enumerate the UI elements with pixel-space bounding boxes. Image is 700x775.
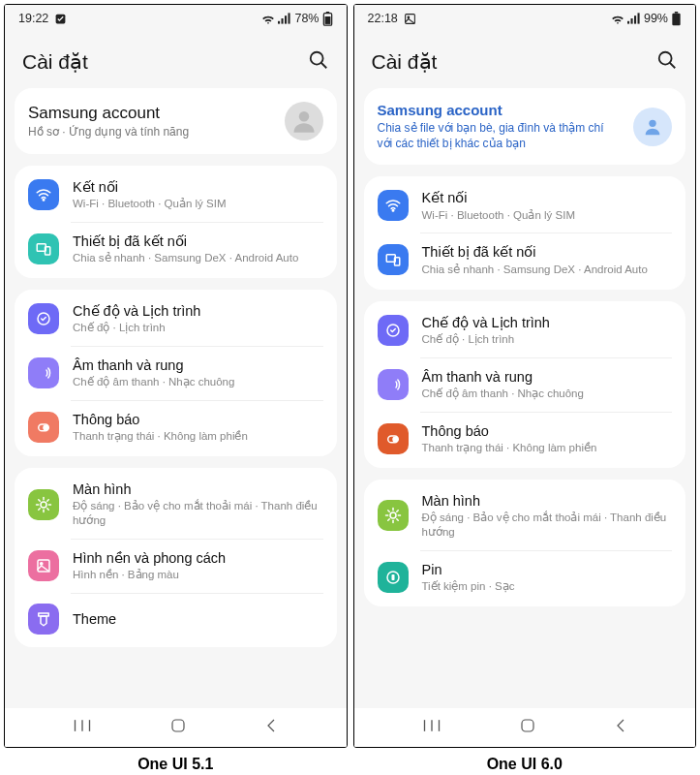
settings-row[interactable]: Chế độ và Lịch trìnhChế độ · Lịch trình [15,292,337,346]
svg-point-16 [44,425,48,430]
group-modes: Chế độ và Lịch trìnhChế độ · Lịch trìnhÂ… [364,301,686,468]
settings-row[interactable]: Màn hìnhĐộ sáng · Bảo vệ cho mắt thoải m… [364,481,686,550]
settings-row[interactable]: Thiết bị đã kết nốiChia sẻ nhanh · Samsu… [15,222,337,276]
settings-row[interactable]: Thông báoThanh trạng thái · Không làm ph… [15,400,337,454]
svg-rect-1 [278,21,280,24]
settings-scroll[interactable]: Samsung account Chia sẻ file với bạn bè,… [354,88,696,708]
nav-home-icon[interactable] [169,717,187,738]
row-title: Thông báo [73,411,323,428]
phone-right: 22:18 99% Cài đặt [353,4,697,748]
signal-icon [627,13,641,24]
status-bar: 19:22 78% [5,5,347,32]
caption-right: One UI 6.0 [353,756,697,773]
account-sub: Hồ sơ · Ứng dụng và tính năng [28,125,273,139]
settings-row[interactable]: Kết nốiWi-Fi · Bluetooth · Quản lý SIM [15,168,337,222]
page-title: Cài đặt [22,50,88,74]
svg-point-42 [649,119,655,126]
svg-line-41 [670,63,676,69]
svg-rect-7 [324,16,330,24]
svg-rect-4 [289,13,290,23]
svg-rect-34 [627,21,629,24]
row-sub: Chia sẻ nhanh · Samsung DeX · Android Au… [422,263,673,277]
settings-row[interactable]: Màn hìnhĐộ sáng · Bảo vệ cho mắt thoải m… [15,470,337,539]
settings-row[interactable]: Chế độ và Lịch trìnhChế độ · Lịch trình [364,303,686,357]
settings-row[interactable]: Âm thanh và rungChế độ âm thanh · Nhạc c… [15,346,337,400]
svg-rect-36 [634,16,636,23]
svg-line-57 [396,511,398,512]
theme-icon [28,604,59,635]
svg-rect-35 [630,18,632,24]
samsung-account-card[interactable]: Samsung account Chia sẻ file với bạn bè,… [364,88,686,165]
wifi-icon [378,190,409,221]
nav-recent-icon[interactable] [422,718,441,737]
row-title: Theme [73,610,323,628]
group-connections: Kết nốiWi-Fi · Bluetooth · Quản lý SIMTh… [364,176,686,289]
svg-point-10 [298,111,309,122]
row-sub: Chế độ âm thanh · Nhạc chuông [73,375,323,389]
wifi-status-icon [261,13,275,24]
samsung-account-card[interactable]: Samsung account Hồ sơ · Ứng dụng và tính… [15,88,337,154]
battery-icon [378,562,409,593]
group-display: Màn hìnhĐộ sáng · Bảo vệ cho mắt thoải m… [364,480,686,606]
nav-back-icon[interactable] [614,717,627,738]
display-icon [378,500,409,531]
row-sub: Tiết kiệm pin · Sạc [422,579,673,594]
svg-point-8 [310,52,322,65]
battery-status-icon [322,12,333,26]
svg-rect-39 [675,12,678,14]
wifi-status-icon [611,13,624,24]
caption-left: One UI 5.1 [4,756,348,773]
settings-row[interactable]: PinTiết kiệm pin · Sạc [364,550,686,604]
modes-icon [378,315,409,346]
devices-icon [378,244,409,275]
svg-point-17 [41,502,46,508]
account-sub: Chia sẻ file với bạn bè, gia đình và thậ… [378,120,623,151]
row-sub: Thanh trạng thái · Không làm phiền [73,429,323,444]
row-sub: Wi-Fi · Bluetooth · Quản lý SIM [73,197,323,211]
wifi-icon [28,179,59,210]
settings-row[interactable]: Hình nền và phong cáchHình nền · Bảng mà… [15,539,337,593]
settings-row[interactable]: Theme [15,593,337,645]
svg-rect-31 [172,720,184,731]
settings-row[interactable]: Kết nốiWi-Fi · Bluetooth · Quản lý SIM [364,178,686,232]
svg-point-48 [393,437,398,442]
phone-left: 19:22 78% Cài đặt [4,4,348,748]
svg-line-9 [320,63,326,69]
display-icon [28,489,59,520]
search-icon[interactable] [656,49,678,75]
nav-home-icon[interactable] [519,717,536,738]
svg-line-22 [39,500,41,502]
avatar [285,102,323,140]
avatar [633,108,672,146]
status-time: 22:18 [368,12,398,25]
nav-bar [5,708,347,747]
row-sub: Độ sáng · Bảo vệ cho mắt thoải mái · Tha… [422,511,673,540]
settings-row[interactable]: Thiết bị đã kết nốiChia sẻ nhanh · Samsu… [364,232,686,287]
search-icon[interactable] [308,49,329,75]
svg-rect-63 [522,720,533,731]
row-title: Âm thanh và rung [73,356,323,374]
nav-back-icon[interactable] [264,717,278,738]
svg-point-43 [392,210,394,212]
sound-icon [28,357,59,388]
comparison-wrap: 19:22 78% Cài đặt [0,0,700,752]
svg-point-49 [390,512,396,518]
wallpaper-icon [28,550,59,581]
row-sub: Hình nền · Bảng màu [73,568,323,582]
status-battery-pct: 78% [294,12,319,25]
row-sub: Chế độ · Lịch trình [73,321,323,335]
svg-point-40 [659,52,672,65]
row-sub: Chế độ · Lịch trình [422,332,673,347]
sound-icon [378,369,409,400]
nav-recent-icon[interactable] [73,718,92,737]
row-sub: Chia sẻ nhanh · Samsung DeX · Android Au… [73,251,323,265]
settings-row[interactable]: Âm thanh và rungChế độ âm thanh · Nhạc c… [364,357,686,412]
status-battery-pct: 99% [644,12,668,25]
modes-icon [28,303,59,334]
settings-row[interactable]: Thông báoThanh trạng thái · Không làm ph… [364,412,686,466]
svg-line-55 [396,519,398,521]
page-title: Cài đặt [372,50,438,74]
notif-icon [28,412,59,443]
settings-scroll[interactable]: Samsung account Hồ sơ · Ứng dụng và tính… [5,88,347,708]
row-title: Chế độ và Lịch trình [73,302,323,320]
